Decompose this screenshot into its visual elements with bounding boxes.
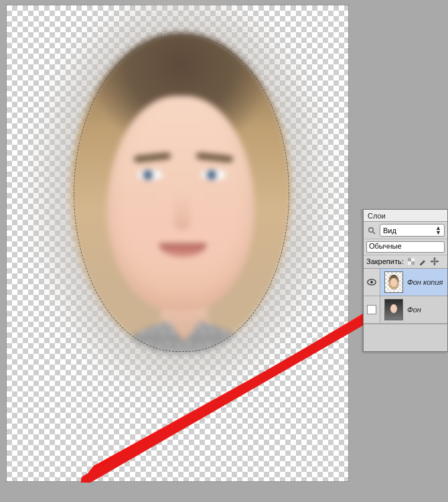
svg-line-4 bbox=[373, 232, 375, 234]
svg-rect-6 bbox=[411, 261, 415, 265]
layers-panel: Слои Вид ▲▼ Обычные Закрепить: bbox=[363, 209, 448, 352]
layers-panel-footer bbox=[364, 324, 447, 351]
svg-point-3 bbox=[369, 227, 374, 232]
layers-panel-tab[interactable]: Слои bbox=[364, 210, 447, 222]
layer-visibility-toggle[interactable] bbox=[364, 296, 380, 323]
lock-label: Закрепить: bbox=[366, 257, 404, 265]
blend-mode-value: Обычные bbox=[369, 242, 402, 250]
svg-rect-7 bbox=[411, 258, 415, 261]
blend-mode-row: Обычные bbox=[364, 239, 447, 255]
blend-mode-select[interactable]: Обычные bbox=[366, 241, 445, 253]
layer-item[interactable]: Фон копия bbox=[364, 269, 447, 296]
layer-name[interactable]: Фон bbox=[407, 306, 421, 314]
document-canvas[interactable] bbox=[7, 5, 348, 481]
svg-point-10 bbox=[370, 281, 373, 284]
image-content bbox=[70, 32, 291, 354]
layer-visibility-toggle[interactable] bbox=[364, 269, 380, 296]
lock-transparent-icon[interactable] bbox=[408, 258, 415, 265]
panel-grip-icon[interactable] bbox=[360, 210, 364, 218]
lock-pixels-icon[interactable] bbox=[419, 258, 427, 265]
lock-position-icon[interactable] bbox=[431, 257, 439, 265]
lock-row: Закрепить: bbox=[364, 255, 447, 269]
svg-rect-8 bbox=[408, 261, 411, 265]
filter-kind-select[interactable]: Вид ▲▼ bbox=[380, 224, 445, 237]
canvas-area[interactable] bbox=[0, 0, 363, 502]
layer-thumbnail[interactable] bbox=[384, 271, 403, 293]
svg-rect-5 bbox=[408, 258, 411, 261]
layer-thumbnail[interactable] bbox=[384, 299, 403, 320]
layers-list: Фон копия Фон bbox=[364, 269, 447, 351]
eye-icon bbox=[367, 279, 376, 286]
visibility-off-icon bbox=[367, 305, 376, 314]
filter-kind-value: Вид bbox=[383, 227, 396, 235]
layers-filter-row: Вид ▲▼ bbox=[364, 222, 447, 239]
layer-name[interactable]: Фон копия bbox=[407, 278, 443, 286]
filter-kind-icon bbox=[366, 225, 377, 236]
layer-item[interactable]: Фон bbox=[364, 296, 447, 324]
select-arrows-icon: ▲▼ bbox=[435, 226, 441, 235]
